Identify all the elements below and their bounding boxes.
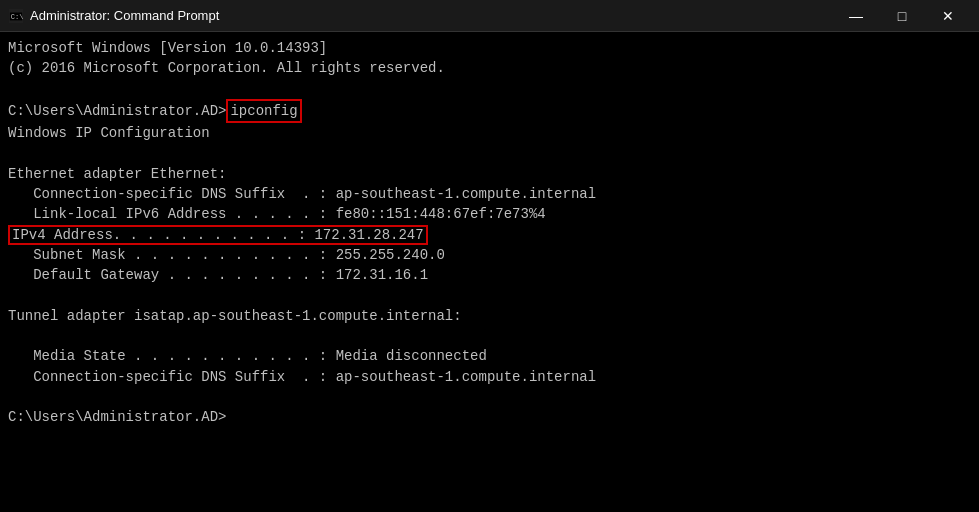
minimize-button[interactable]: — xyxy=(833,0,879,32)
output-line-12: Media State . . . . . . . . . . . : Medi… xyxy=(8,346,971,366)
ipv4-line: IPv4 Address. . . . . . . . . . . : 172.… xyxy=(8,225,971,245)
output-line-2: (c) 2016 Microsoft Corporation. All righ… xyxy=(8,58,971,78)
ipv4-address-highlighted: IPv4 Address. . . . . . . . . . . : 172.… xyxy=(8,225,428,245)
prompt-line-1: C:\Users\Administrator.AD>ipconfig xyxy=(8,99,971,123)
svg-text:C:\: C:\ xyxy=(11,12,23,20)
window-controls: — □ ✕ xyxy=(833,0,971,32)
window-title: Administrator: Command Prompt xyxy=(30,8,833,23)
maximize-button[interactable]: □ xyxy=(879,0,925,32)
output-line-6: Connection-specific DNS Suffix . : ap-so… xyxy=(8,184,971,204)
empty-line-5 xyxy=(8,387,971,407)
empty-line-2 xyxy=(8,143,971,163)
output-line-4: Windows IP Configuration xyxy=(8,123,971,143)
cmd-icon: C:\ xyxy=(8,8,24,24)
prompt-1: C:\Users\Administrator.AD> xyxy=(8,101,226,121)
output-line-1: Microsoft Windows [Version 10.0.14393] xyxy=(8,38,971,58)
terminal-output[interactable]: Microsoft Windows [Version 10.0.14393] (… xyxy=(0,32,979,512)
close-button[interactable]: ✕ xyxy=(925,0,971,32)
prompt-line-2: C:\Users\Administrator.AD> xyxy=(8,407,971,427)
ipconfig-command: ipconfig xyxy=(226,99,301,123)
title-bar: C:\ Administrator: Command Prompt — □ ✕ xyxy=(0,0,979,32)
output-line-9: Subnet Mask . . . . . . . . . . . : 255.… xyxy=(8,245,971,265)
output-line-7: Link-local IPv6 Address . . . . . : fe80… xyxy=(8,204,971,224)
output-line-5: Ethernet adapter Ethernet: xyxy=(8,164,971,184)
output-line-10: Default Gateway . . . . . . . . . : 172.… xyxy=(8,265,971,285)
command-prompt-window: C:\ Administrator: Command Prompt — □ ✕ … xyxy=(0,0,979,512)
empty-line-1 xyxy=(8,79,971,99)
output-line-13: Connection-specific DNS Suffix . : ap-so… xyxy=(8,367,971,387)
output-line-11: Tunnel adapter isatap.ap-southeast-1.com… xyxy=(8,306,971,326)
empty-line-3 xyxy=(8,286,971,306)
empty-line-4 xyxy=(8,326,971,346)
